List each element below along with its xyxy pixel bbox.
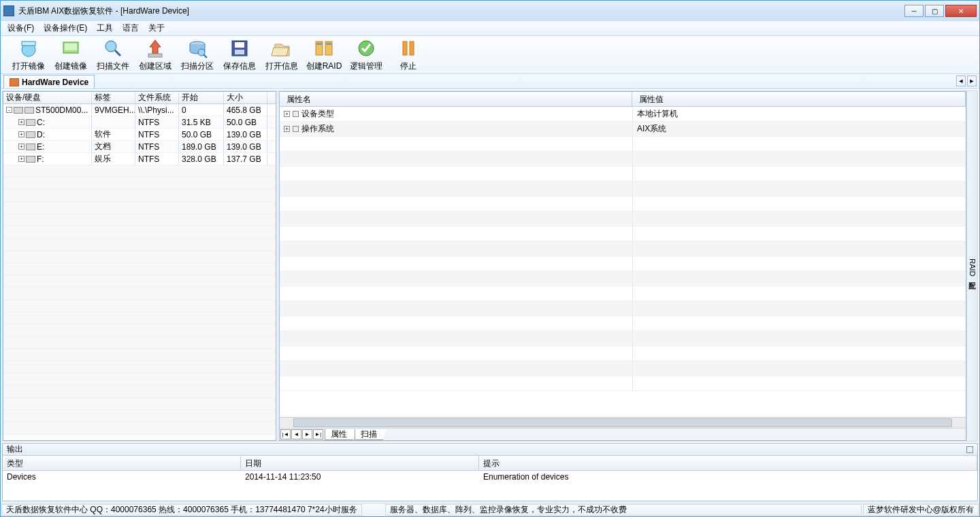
svg-rect-1 [22,41,35,46]
tab-hardware-device-label: HardWare Device [22,78,88,87]
svg-rect-17 [326,43,331,45]
toolbar: 打开镜像 创建镜像 扫描文件 创建区域 扫描分区 保存信息 打开信息 创建RA [1,36,979,74]
svg-rect-12 [235,42,244,48]
properties-header: 属性名 属性值 [280,92,966,107]
disk-icon [24,107,34,114]
logical-mgmt-label: 逻辑管理 [350,61,382,72]
col-size[interactable]: 大小 [224,92,267,103]
prop-nav-last[interactable]: ►| [313,429,323,439]
close-button[interactable]: ✕ [945,5,977,17]
tree-expander-icon[interactable]: - [6,107,12,113]
create-image-icon [60,37,82,59]
properties-hscrollbar[interactable] [280,417,966,428]
col-device[interactable]: 设备/硬盘 [3,92,92,103]
col-start[interactable]: 开始 [179,92,224,103]
tab-hardware-device[interactable]: HardWare Device [3,75,95,88]
menu-language[interactable]: 语言 [122,22,139,34]
menu-tools[interactable]: 工具 [97,22,113,34]
save-info-label: 保存信息 [223,61,256,72]
scan-partition-icon [186,37,208,59]
titlebar: 天盾IBM AIX数据恢复软件 - [HardWare Device] ─ ▢ … [1,1,979,21]
stop-button[interactable]: 停止 [387,37,429,73]
tree-expander-icon[interactable]: + [18,119,24,125]
svg-rect-20 [410,41,414,55]
svg-marker-6 [150,40,161,54]
svg-rect-19 [403,41,407,55]
device-grid-body[interactable]: -ST500DM00...9VMGEH...\\.\Physi...0465.8… [3,104,276,440]
output-title-label: 输出 [7,444,23,455]
device-row[interactable]: +C:NTFS31.5 KB50.0 GB [3,116,276,129]
create-raid-button[interactable]: 创建RAID [303,37,345,73]
device-row[interactable]: +F:娱乐NTFS328.0 GB137.7 GB [3,153,276,165]
raid-config-rail[interactable]: RAID配置 [966,91,977,441]
output-col-type[interactable]: 类型 [3,456,241,470]
prop-header-value[interactable]: 属性值 [632,92,966,106]
create-image-label: 创建镜像 [54,61,87,72]
prop-header-name[interactable]: 属性名 [280,92,632,106]
menubar: 设备(F) 设备操作(E) 工具 语言 关于 [1,21,979,36]
output-col-date[interactable]: 日期 [241,456,479,470]
create-raid-icon [313,37,335,59]
prop-nav-next[interactable]: ► [302,429,312,439]
window-title: 天盾IBM AIX数据恢复软件 - [HardWare Device] [18,5,904,17]
svg-line-10 [203,54,207,58]
open-image-button[interactable]: 打开镜像 [7,37,50,73]
properties-body[interactable]: +设备类型本地计算机+操作系统AIX系统 [280,107,966,417]
prop-nav-prev[interactable]: ◄ [291,429,301,439]
menu-device-ops[interactable]: 设备操作(E) [44,22,87,34]
disk-icon [26,156,35,163]
logical-mgmt-button[interactable]: 逻辑管理 [345,37,387,73]
col-label[interactable]: 标签 [92,92,135,103]
device-grid-header: 设备/硬盘 标签 文件系统 开始 大小 [3,92,276,104]
tab-scroll-right[interactable]: ► [967,76,977,86]
output-pin-icon[interactable] [966,446,973,453]
create-image-button[interactable]: 创建镜像 [50,37,92,73]
device-tree-pane: 设备/硬盘 标签 文件系统 开始 大小 -ST500DM00...9VMGEH.… [3,91,276,441]
prop-expander-icon[interactable]: + [284,111,290,117]
status-center: 服务器、数据库、阵列、监控录像恢复，专业实力，不成功不收费 [385,504,862,516]
minimize-button[interactable]: ─ [904,5,924,17]
menu-device[interactable]: 设备(F) [7,22,34,34]
output-titlebar: 输出 [3,444,977,456]
prop-node-icon [293,111,299,117]
device-row[interactable]: +D:软件NTFS50.0 GB139.0 GB [3,129,276,141]
hardware-tab-icon [10,78,19,86]
svg-rect-13 [235,50,244,54]
open-info-label: 打开信息 [265,61,298,72]
maximize-button[interactable]: ▢ [925,5,944,17]
tab-scroll-left[interactable]: ◄ [956,76,966,86]
statusbar: 天盾数据恢复软件中心 QQ：4000076365 热线：4000076365 手… [1,503,979,516]
create-region-icon [144,37,166,59]
scan-files-button[interactable]: 扫描文件 [92,37,134,73]
scan-files-label: 扫描文件 [97,61,129,72]
output-row[interactable]: Devices2014-11-14 11:23:50Enumeration of… [3,471,977,484]
output-header: 类型 日期 提示 [3,456,977,471]
scan-files-icon [102,37,124,59]
document-tabbar: HardWare Device ◄ ► [1,74,979,89]
menu-about[interactable]: 关于 [148,22,165,34]
device-row[interactable]: -ST500DM00...9VMGEH...\\.\Physi...0465.8… [3,104,276,116]
prop-tab-properties[interactable]: 属性 [325,429,353,440]
tree-expander-icon[interactable]: + [18,156,24,162]
property-row[interactable]: +设备类型本地计算机 [280,107,966,122]
save-info-button[interactable]: 保存信息 [218,37,261,73]
scan-partition-button[interactable]: 扫描分区 [176,37,218,73]
scan-partition-label: 扫描分区 [181,61,214,72]
prop-tab-scan[interactable]: 扫描 [355,429,383,440]
prop-nav-first[interactable]: |◄ [280,429,291,439]
property-row[interactable]: +操作系统AIX系统 [280,122,966,137]
disk-icon [26,119,35,126]
create-raid-label: 创建RAID [306,61,342,72]
stop-label: 停止 [400,61,416,72]
tree-expander-icon[interactable]: + [18,144,24,150]
app-icon [3,5,14,16]
output-col-hint[interactable]: 提示 [479,456,977,470]
open-info-button[interactable]: 打开信息 [261,37,303,73]
svg-rect-7 [148,54,162,57]
device-row[interactable]: +E:文档NTFS189.0 GB139.0 GB [3,141,276,153]
prop-expander-icon[interactable]: + [284,126,290,132]
col-filesystem[interactable]: 文件系统 [135,92,179,103]
tree-expander-icon[interactable]: + [18,131,24,137]
output-body[interactable]: Devices2014-11-14 11:23:50Enumeration of… [3,471,977,501]
create-region-button[interactable]: 创建区域 [134,37,176,73]
